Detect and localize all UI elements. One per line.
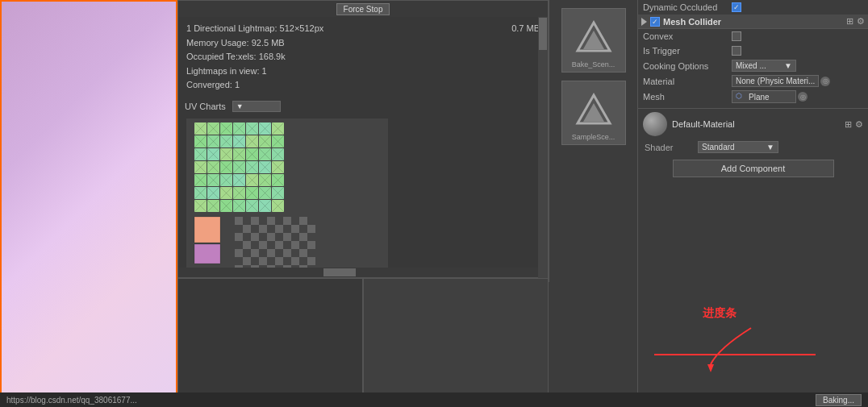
svg-marker-4 <box>707 364 714 372</box>
section-icons: ⊞ ⚙ <box>846 16 865 27</box>
dynamic-occluded-label: Dynamic Occluded <box>643 2 732 12</box>
uv-charts-dropdown[interactable]: ▼ <box>232 101 281 112</box>
file-size-label: 0.7 MB <box>511 22 540 36</box>
material-row: Material None (Physic Materi... ◎ <box>638 73 868 89</box>
shader-label: Shader <box>645 143 693 152</box>
lightmap-header: Force Stop <box>178 1 548 17</box>
cooking-options-dropdown[interactable]: Mixed ... ▼ <box>732 60 796 72</box>
progress-annotation-text: 进度条 <box>703 306 737 319</box>
uv-charts-label: UV Charts <box>185 102 226 111</box>
dynamic-occluded-row: Dynamic Occluded ✓ <box>638 0 868 15</box>
collapse-arrow-icon[interactable] <box>641 18 647 26</box>
material-value: None (Physic Materi... <box>736 77 815 85</box>
convex-checkbox[interactable] <box>732 31 741 41</box>
lightmaps-in-view-row: Lightmaps in view: 1 <box>186 64 540 79</box>
shader-dropdown-arrow: ▼ <box>766 143 774 152</box>
cooking-options-row: Cooking Options Mixed ... ▼ <box>638 58 868 73</box>
directional-lightmap-row: 1 Directional Lightmap: 512×512px 0.7 MB <box>186 22 540 36</box>
mesh-picker-icon[interactable]: ◎ <box>798 92 807 102</box>
dropdown-arrow-icon: ▼ <box>784 61 792 70</box>
material-bookmark-icon[interactable]: ⊞ <box>845 119 852 130</box>
mesh-collider-header: ✓ Mesh Collider ⊞ ⚙ <box>638 15 868 29</box>
mesh-row: Mesh ⬡ Plane ◎ <box>638 89 868 105</box>
is-trigger-row: Is Trigger <box>638 44 868 58</box>
horizontal-scrollbar[interactable] <box>178 268 541 277</box>
bake-scene-thumbnail[interactable]: Bake_Scen... <box>561 8 626 73</box>
material-field[interactable]: None (Physic Materi... <box>732 75 819 87</box>
scrollbar-thumb[interactable] <box>323 268 356 276</box>
default-material-section: Default-Material ⊞ ⚙ <box>638 108 868 139</box>
progress-line <box>654 347 816 363</box>
scene-mid-panel <box>363 278 549 407</box>
occupied-texels-row: Occupied Te:xels: 168.9k <box>186 50 540 64</box>
convex-label: Convex <box>643 31 732 41</box>
uv-charts-bar: UV Charts ▼ <box>178 98 548 115</box>
bottom-center-panel <box>177 278 363 407</box>
is-trigger-checkbox[interactable] <box>732 46 741 56</box>
memory-usage-row: Memory Usage: 92.5 MB <box>186 36 540 51</box>
shader-row: Shader Standard ▼ <box>638 139 868 155</box>
material-label: Material <box>643 77 732 86</box>
lightmap-info: 1 Directional Lightmap: 512×512px 0.7 MB… <box>178 17 548 98</box>
bookmark-icon[interactable]: ⊞ <box>846 16 853 27</box>
sample-scene-label: SampleSce... <box>572 133 616 141</box>
bake-scene-label: Bake_Scen... <box>572 60 616 69</box>
material-settings-icon[interactable]: ⚙ <box>855 119 863 130</box>
converged-row: Converged: 1 <box>186 78 540 93</box>
add-component-button[interactable]: Add Component <box>673 160 834 177</box>
material-section-icons: ⊞ ⚙ <box>845 119 863 130</box>
uv-chart-canvas <box>186 118 388 268</box>
directional-lightmap-label: 1 Directional Lightmap: 512×512px <box>186 22 323 36</box>
baking-button[interactable]: Baking... <box>816 394 862 406</box>
mesh-field[interactable]: ⬡ Plane <box>732 90 796 103</box>
occupied-texels-label: Occupied Te:xels: 168.9k <box>186 52 286 61</box>
cooking-options-value: Mixed ... <box>736 61 766 70</box>
material-sphere-preview <box>643 112 667 136</box>
shader-value: Standard <box>702 143 735 152</box>
dynamic-occluded-checkbox[interactable]: ✓ <box>732 2 741 12</box>
memory-usage-label: Memory Usage: 92.5 MB <box>186 38 285 48</box>
vertical-scrollbar[interactable] <box>538 17 548 279</box>
bottom-bar-url: https://blog.csdn.net/qq_38061677... <box>6 396 137 405</box>
mesh-icon: ⬡ <box>736 92 745 102</box>
force-stop-button[interactable]: Force Stop <box>336 3 390 15</box>
mesh-collider-enabled-checkbox[interactable]: ✓ <box>650 17 660 27</box>
mesh-label: Mesh <box>643 92 732 102</box>
mesh-collider-label: Mesh Collider <box>663 17 721 27</box>
unity-logo-icon-2 <box>574 91 614 131</box>
bottom-bar: https://blog.csdn.net/qq_38061677... Bak… <box>0 392 868 407</box>
left-gradient-panel <box>0 0 177 407</box>
is-trigger-label: Is Trigger <box>643 46 732 56</box>
scene-thumbnails-column: Bake_Scen... SampleSce... <box>549 0 637 282</box>
lightmap-panel: Force Stop 1 Directional Lightmap: 512×5… <box>177 0 549 278</box>
converged-label: Converged: 1 <box>186 80 240 89</box>
cooking-options-label: Cooking Options <box>643 61 732 71</box>
unity-logo-icon <box>574 19 614 59</box>
right-inspector-panel: Dynamic Occluded ✓ ✓ Mesh Collider ⊞ ⚙ C… <box>637 0 868 407</box>
convex-row: Convex <box>638 29 868 44</box>
sample-scene-thumbnail[interactable]: SampleSce... <box>561 81 626 145</box>
scrollbar-thumb-v[interactable] <box>539 18 547 50</box>
shader-dropdown[interactable]: Standard ▼ <box>698 141 778 153</box>
uv-canvas-area <box>186 118 388 272</box>
settings-icon[interactable]: ⚙ <box>857 16 865 27</box>
progress-annotation: 进度条 <box>703 306 799 372</box>
lightmaps-in-view-label: Lightmaps in view: 1 <box>186 66 267 76</box>
mesh-value: Plane <box>749 93 770 102</box>
default-material-name: Default-Material <box>672 119 840 129</box>
material-picker-icon[interactable]: ◎ <box>820 77 830 86</box>
